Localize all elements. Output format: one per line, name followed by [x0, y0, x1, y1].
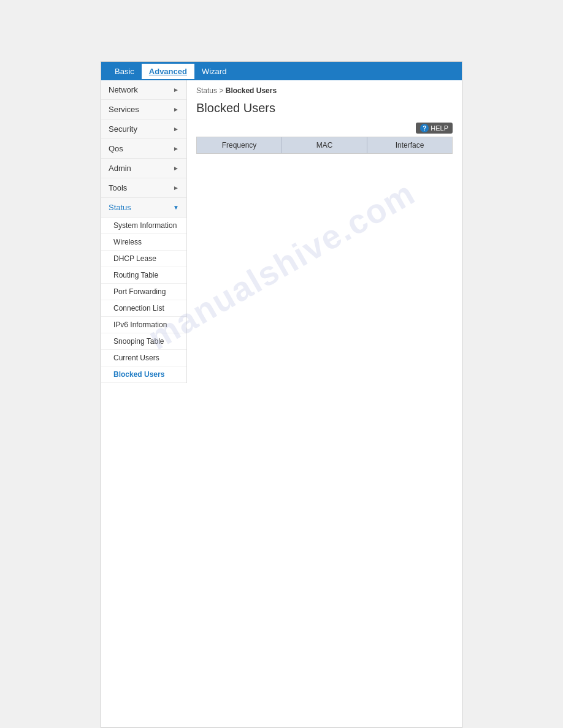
sidebar-item-network[interactable]: Network ►	[101, 80, 186, 100]
submenu-connection-list[interactable]: Connection List	[101, 300, 186, 317]
submenu-system-information[interactable]: System Information	[101, 218, 186, 234]
submenu-current-users[interactable]: Current Users	[101, 350, 186, 366]
sidebar-label-security: Security	[109, 124, 137, 134]
submenu-routing-table[interactable]: Routing Table	[101, 267, 186, 284]
sidebar-item-security[interactable]: Security ►	[101, 119, 186, 139]
content-area: Status > Blocked Users Blocked Users ? H…	[187, 80, 462, 383]
breadcrumb: Status > Blocked Users	[196, 86, 453, 95]
chevron-right-icon: ►	[173, 145, 179, 152]
breadcrumb-parent: Status	[196, 86, 217, 95]
nav-basic[interactable]: Basic	[107, 64, 142, 79]
sidebar-item-status[interactable]: Status ▼	[101, 198, 186, 218]
top-navigation: Basic Advanced Wizard	[101, 62, 462, 80]
sidebar: Network ► Services ► Security ► Qos ► Ad…	[101, 80, 187, 383]
chevron-down-icon: ▼	[173, 204, 179, 211]
chevron-right-icon: ►	[173, 165, 179, 172]
chevron-right-icon: ►	[173, 126, 179, 132]
sidebar-item-services[interactable]: Services ►	[101, 100, 186, 119]
status-submenu: System Information Wireless DHCP Lease R…	[101, 218, 186, 383]
col-frequency: Frequency	[197, 137, 282, 153]
body-layout: Network ► Services ► Security ► Qos ► Ad…	[101, 80, 462, 383]
chevron-right-icon: ►	[173, 106, 179, 113]
chevron-right-icon: ►	[173, 86, 179, 93]
submenu-dhcp-lease[interactable]: DHCP Lease	[101, 251, 186, 267]
help-bar: ? HELP	[196, 123, 453, 134]
sidebar-label-services: Services	[109, 105, 139, 114]
sidebar-label-network: Network	[109, 85, 138, 94]
nav-wizard[interactable]: Wizard	[194, 64, 234, 79]
nav-advanced[interactable]: Advanced	[142, 64, 194, 79]
breadcrumb-current: Blocked Users	[226, 86, 277, 95]
help-button[interactable]: ? HELP	[416, 123, 453, 134]
chevron-right-icon: ►	[173, 184, 179, 191]
sidebar-item-qos[interactable]: Qos ►	[101, 139, 186, 159]
sidebar-label-tools: Tools	[109, 183, 127, 192]
table-header: Frequency MAC Interface	[196, 137, 453, 154]
sidebar-label-status: Status	[109, 203, 131, 212]
sidebar-label-admin: Admin	[109, 164, 131, 173]
breadcrumb-separator: >	[219, 86, 225, 95]
submenu-port-forwarding[interactable]: Port Forwarding	[101, 284, 186, 300]
submenu-blocked-users[interactable]: Blocked Users	[101, 366, 186, 383]
col-mac: MAC	[282, 137, 367, 153]
sidebar-label-qos: Qos	[109, 144, 123, 153]
help-icon: ?	[420, 124, 429, 132]
submenu-ipv6-information[interactable]: IPv6 Information	[101, 317, 186, 333]
sidebar-item-tools[interactable]: Tools ►	[101, 178, 186, 198]
submenu-wireless[interactable]: Wireless	[101, 234, 186, 251]
page-title: Blocked Users	[196, 101, 453, 115]
col-interface: Interface	[367, 137, 452, 153]
sidebar-item-admin[interactable]: Admin ►	[101, 159, 186, 178]
help-label: HELP	[431, 124, 448, 132]
submenu-snooping-table[interactable]: Snooping Table	[101, 333, 186, 350]
